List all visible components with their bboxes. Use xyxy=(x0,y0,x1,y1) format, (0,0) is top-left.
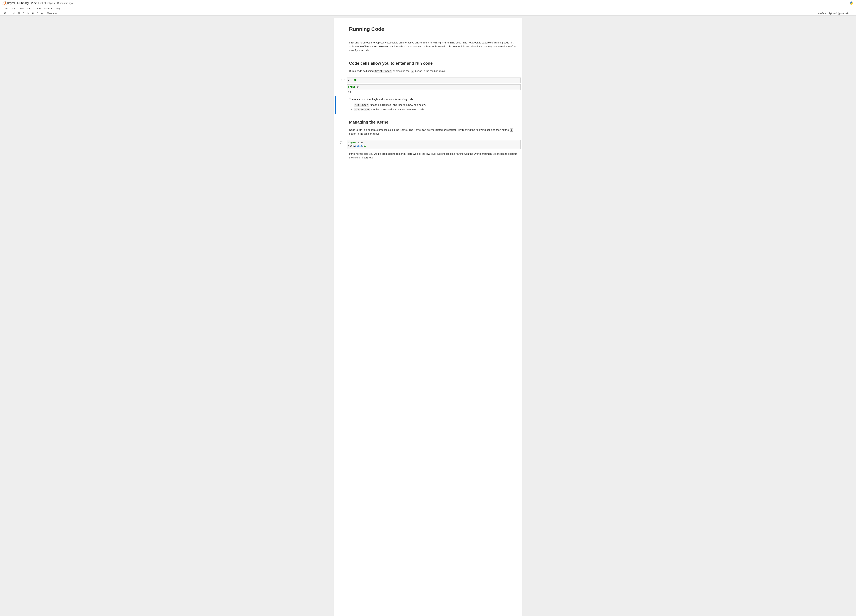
code-output: 10 xyxy=(347,90,520,94)
prompt-area xyxy=(336,150,347,163)
svg-rect-14 xyxy=(511,129,512,131)
toolbar: Markdown Interface Python 3 (ipykernel) xyxy=(0,11,856,15)
kernel-name[interactable]: Python 3 (ipykernel) xyxy=(828,12,848,15)
list-item: Alt-Enter runs the current cell and inse… xyxy=(354,103,518,107)
insert-cell-button[interactable] xyxy=(8,11,12,15)
paragraph-shortcuts-intro: There are two other keyboard shortcuts f… xyxy=(349,98,518,101)
markdown-cell[interactable]: First and foremost, the Jupyter Notebook… xyxy=(334,38,522,56)
restart-run-all-button[interactable] xyxy=(40,11,44,15)
heading-code-cells: Code cells allow you to enter and run co… xyxy=(349,60,518,66)
code-input[interactable]: a = 10 xyxy=(347,77,520,83)
kbd-alt-enter: Alt-Enter xyxy=(354,103,369,107)
code-cell[interactable]: [2]: print(a) 10 xyxy=(334,84,522,95)
menu-kernel[interactable]: Kernel xyxy=(33,7,43,11)
cut-button[interactable] xyxy=(12,11,17,15)
svg-rect-10 xyxy=(18,13,20,14)
kbd-shift-enter: Shift-Enter xyxy=(374,70,392,73)
copy-button[interactable] xyxy=(17,11,21,15)
menu-run[interactable]: Run xyxy=(25,7,33,11)
paste-button[interactable] xyxy=(21,11,26,15)
menu-view[interactable]: View xyxy=(17,7,25,11)
notebook-title[interactable]: Running Code xyxy=(17,2,37,5)
markdown-cell[interactable]: Managing the Kernel Code is run in a sep… xyxy=(334,115,522,140)
markdown-content: Code cells allow you to enter and run co… xyxy=(347,57,520,76)
menu-settings[interactable]: Settings xyxy=(43,7,54,11)
prompt-area xyxy=(336,22,347,38)
svg-point-6 xyxy=(15,14,15,14)
code-cell[interactable]: [1]: a = 10 xyxy=(334,77,522,84)
kbd-ctrl-enter: Ctrl-Enter xyxy=(354,108,370,111)
save-button[interactable] xyxy=(3,11,8,15)
stop-icon xyxy=(510,129,513,132)
header: jupyter Running Code Last Checkpoint: 10… xyxy=(0,0,856,6)
input-prompt: [3]: xyxy=(336,140,347,149)
markdown-content: Running Code xyxy=(347,22,520,38)
menubar: File Edit View Run Kernel Settings Help xyxy=(0,6,856,11)
svg-rect-1 xyxy=(5,12,6,13)
kernel-status-icon[interactable] xyxy=(851,12,853,14)
input-prompt: [2]: xyxy=(336,84,347,94)
markdown-cell[interactable]: If the Kernel dies you will be prompted … xyxy=(334,149,522,163)
svg-rect-9 xyxy=(18,12,19,14)
prompt-area xyxy=(336,39,347,55)
svg-point-5 xyxy=(13,14,14,14)
markdown-content: First and foremost, the Jupyter Notebook… xyxy=(347,39,520,55)
jupyter-logo-text: jupyter xyxy=(6,2,15,5)
code-cell[interactable]: [3]: import time time.sleep(10) xyxy=(334,140,522,149)
cell-type-value: Markdown xyxy=(47,12,57,15)
menu-file[interactable]: File xyxy=(3,7,10,11)
paragraph-run-shortcut: Run a code cell using Shift-Enter or pre… xyxy=(349,69,518,73)
shortcuts-list: Alt-Enter runs the current cell and inse… xyxy=(354,103,518,112)
markdown-content: Managing the Kernel Code is run in a sep… xyxy=(347,116,520,139)
markdown-cell[interactable]: Running Code xyxy=(334,22,522,38)
notebook-scroll-area[interactable]: Running Code First and foremost, the Jup… xyxy=(0,15,856,616)
python-logo-icon[interactable] xyxy=(850,1,853,5)
code-cell-content: a = 10 xyxy=(347,77,520,83)
play-icon xyxy=(411,70,414,73)
interface-label[interactable]: Interface xyxy=(818,12,827,15)
checkpoint-label: Last Checkpoint: 10 months ago xyxy=(38,2,73,5)
paragraph-kernel: Code is run in a separate process called… xyxy=(349,128,518,136)
markdown-cell-selected[interactable]: There are two other keyboard shortcuts f… xyxy=(334,95,522,115)
markdown-content: There are two other keyboard shortcuts f… xyxy=(347,96,520,114)
run-button[interactable] xyxy=(26,11,31,15)
header-right xyxy=(850,1,853,5)
heading-running-code: Running Code xyxy=(349,25,518,33)
toolbar-right: Interface Python 3 (ipykernel) xyxy=(818,12,853,15)
svg-rect-2 xyxy=(5,13,6,14)
jupyter-logo[interactable]: jupyter xyxy=(3,2,15,5)
restart-button[interactable] xyxy=(35,11,40,15)
menu-edit[interactable]: Edit xyxy=(10,7,17,11)
code-input[interactable]: import time time.sleep(10) xyxy=(347,140,520,149)
cell-type-select[interactable]: Markdown xyxy=(46,12,63,15)
svg-line-8 xyxy=(14,12,15,14)
menu-help[interactable]: Help xyxy=(54,7,62,11)
jupyter-logo-icon xyxy=(3,2,6,5)
heading-managing-kernel: Managing the Kernel xyxy=(349,119,518,125)
svg-line-7 xyxy=(14,12,15,14)
svg-rect-13 xyxy=(32,13,33,14)
prompt-area xyxy=(336,116,347,139)
markdown-cell[interactable]: Code cells allow you to enter and run co… xyxy=(334,56,522,77)
paragraph-kernel-die: If the Kernel dies you will be prompted … xyxy=(349,152,518,160)
prompt-area xyxy=(336,57,347,76)
paragraph-intro: First and foremost, the Jupyter Notebook… xyxy=(349,41,518,52)
prompt-area xyxy=(336,96,347,114)
code-cell-content: import time time.sleep(10) xyxy=(347,140,520,149)
code-input[interactable]: print(a) xyxy=(347,84,520,90)
notebook: Running Code First and foremost, the Jup… xyxy=(334,18,522,616)
markdown-content: If the Kernel dies you will be prompted … xyxy=(347,150,520,163)
code-cell-content: print(a) 10 xyxy=(347,84,520,94)
list-item: Ctrl-Enter run the current cell and ente… xyxy=(354,108,518,112)
input-prompt: [1]: xyxy=(336,77,347,83)
interrupt-button[interactable] xyxy=(31,11,35,15)
